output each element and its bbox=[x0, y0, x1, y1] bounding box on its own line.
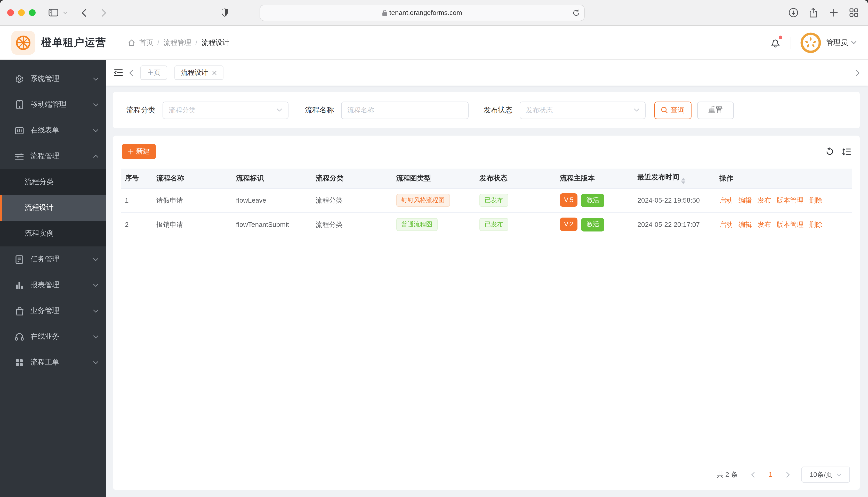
tab-flow-design[interactable]: 流程设计 bbox=[175, 66, 223, 80]
pagination-next-icon[interactable] bbox=[786, 471, 790, 478]
action-publish-link[interactable]: 发布 bbox=[758, 221, 771, 228]
back-icon[interactable] bbox=[77, 5, 91, 20]
action-edit-link[interactable]: 编辑 bbox=[739, 196, 752, 204]
filter-name-input[interactable] bbox=[347, 106, 463, 114]
filter-category-select[interactable]: 流程分类 bbox=[163, 101, 288, 119]
breadcrumb-separator: / bbox=[196, 39, 198, 46]
col-main-version: 流程主版本 bbox=[556, 169, 633, 188]
sidebar: 系统管理 移动端管理 在线表单 流程管理 流程分类 bbox=[0, 60, 106, 497]
refresh-icon[interactable] bbox=[826, 147, 834, 156]
user-name[interactable]: 管理员 bbox=[826, 38, 848, 47]
downloads-icon[interactable] bbox=[786, 5, 800, 20]
page-size-select[interactable]: 10条/页 bbox=[801, 467, 850, 483]
share-icon[interactable] bbox=[806, 5, 821, 20]
main-content: 主页 流程设计 流程分类 流程分类 bbox=[106, 60, 868, 497]
table-card: 新建 bbox=[113, 136, 860, 490]
breadcrumb-item-flow-mgmt[interactable]: 流程管理 bbox=[164, 38, 191, 47]
cell-name: 请假申请 bbox=[152, 188, 232, 212]
user-menu-chevron-icon[interactable] bbox=[851, 41, 857, 44]
select-placeholder: 发布状态 bbox=[526, 105, 553, 115]
table-toolbar: 新建 bbox=[122, 144, 851, 159]
avatar[interactable] bbox=[800, 32, 821, 53]
tab-overview-icon[interactable] bbox=[846, 5, 861, 20]
pagination-prev-icon[interactable] bbox=[751, 471, 755, 478]
notification-badge bbox=[779, 36, 782, 39]
sidebar-item-flow-design[interactable]: 流程设计 bbox=[0, 195, 106, 221]
cell-published-time: 2024-05-22 19:58:50 bbox=[633, 188, 715, 212]
filter-status-select[interactable]: 发布状态 bbox=[520, 101, 646, 119]
sidebar-item-label: 报表管理 bbox=[30, 281, 59, 290]
sidebar-item-flow-ticket[interactable]: 流程工单 bbox=[0, 350, 106, 375]
header-divider bbox=[790, 36, 791, 49]
sidebar-submenu-flow-mgmt: 流程分类 流程设计 流程实例 bbox=[0, 169, 106, 246]
active-badge: 激活 bbox=[581, 194, 605, 207]
action-edit-link[interactable]: 编辑 bbox=[739, 221, 752, 228]
plus-icon bbox=[128, 149, 134, 154]
publish-status-badge: 已发布 bbox=[479, 194, 508, 207]
page-title: 橙单租户运营 bbox=[41, 36, 106, 49]
form-icon bbox=[15, 127, 24, 134]
action-version-mgmt-link[interactable]: 版本管理 bbox=[777, 196, 803, 204]
minimize-window-button[interactable] bbox=[18, 9, 25, 16]
forward-icon[interactable] bbox=[97, 5, 111, 20]
shield-icon bbox=[217, 5, 232, 20]
table-row: 1 请假申请 flowLeave 流程分类 钉钉风格流程图 已发布 V:5激活 … bbox=[121, 188, 852, 212]
close-tab-icon[interactable] bbox=[212, 70, 217, 75]
close-window-button[interactable] bbox=[7, 9, 14, 16]
new-tab-icon[interactable] bbox=[826, 5, 841, 20]
action-delete-link[interactable]: 删除 bbox=[809, 196, 823, 204]
sort-carets-icon[interactable] bbox=[681, 178, 685, 184]
sidebar-item-label: 流程工单 bbox=[30, 358, 59, 367]
collapse-menu-icon[interactable] bbox=[114, 69, 123, 76]
sidebar-item-report-mgmt[interactable]: 报表管理 bbox=[0, 272, 106, 298]
sidebar-item-label: 在线业务 bbox=[30, 332, 59, 341]
bar-chart-icon bbox=[15, 281, 24, 289]
chevron-down-icon bbox=[93, 77, 99, 81]
action-version-mgmt-link[interactable]: 版本管理 bbox=[777, 221, 803, 228]
filter-category-label: 流程分类 bbox=[126, 105, 155, 115]
tabs-scroll-left-icon[interactable] bbox=[129, 69, 133, 76]
action-start-link[interactable]: 启动 bbox=[719, 221, 733, 228]
reload-icon[interactable] bbox=[573, 9, 580, 16]
sidebar-item-flow-category[interactable]: 流程分类 bbox=[0, 169, 106, 195]
sidebar-item-online-form[interactable]: 在线表单 bbox=[0, 117, 106, 143]
address-bar[interactable]: tenant.orangeforms.com bbox=[260, 4, 585, 21]
create-button[interactable]: 新建 bbox=[122, 144, 156, 159]
pagination-total: 共 2 条 bbox=[717, 470, 738, 479]
chevron-up-icon bbox=[93, 154, 99, 158]
home-icon bbox=[128, 39, 135, 46]
action-start-link[interactable]: 启动 bbox=[719, 196, 733, 204]
pagination-page-1[interactable]: 1 bbox=[769, 471, 773, 479]
reset-button-label: 重置 bbox=[708, 105, 723, 115]
chevron-down-icon bbox=[93, 361, 99, 364]
breadcrumb-separator: / bbox=[157, 39, 160, 46]
search-button[interactable]: 查询 bbox=[655, 101, 691, 119]
action-delete-link[interactable]: 删除 bbox=[809, 221, 823, 228]
zoom-window-button[interactable] bbox=[29, 9, 36, 16]
tabs-scroll-right-icon[interactable] bbox=[856, 69, 860, 76]
action-publish-link[interactable]: 发布 bbox=[758, 196, 771, 204]
breadcrumb-item-home[interactable]: 首页 bbox=[139, 38, 153, 47]
lock-icon bbox=[382, 10, 387, 16]
chevron-down-icon[interactable] bbox=[61, 5, 69, 20]
chevron-down-icon bbox=[93, 335, 99, 339]
sidebar-item-business-mgmt[interactable]: 业务管理 bbox=[0, 298, 106, 324]
sidebar-subitem-label: 流程分类 bbox=[25, 178, 54, 187]
notifications-bell-icon[interactable] bbox=[770, 37, 780, 48]
row-density-icon[interactable] bbox=[842, 148, 851, 155]
gear-icon bbox=[15, 74, 24, 83]
sidebar-item-online-business[interactable]: 在线业务 bbox=[0, 324, 106, 350]
col-published-time[interactable]: 最近发布时间 bbox=[633, 169, 715, 188]
sidebar-item-mobile[interactable]: 移动端管理 bbox=[0, 92, 106, 117]
filter-name-input-wrap bbox=[341, 101, 469, 119]
sidebar-item-system[interactable]: 系统管理 bbox=[0, 66, 106, 92]
traffic-lights bbox=[7, 9, 36, 16]
reset-button[interactable]: 重置 bbox=[697, 101, 734, 119]
page-size-value: 10条/页 bbox=[810, 470, 832, 479]
sidebar-item-task-mgmt[interactable]: 任务管理 bbox=[0, 246, 106, 272]
sidebar-item-flow-mgmt[interactable]: 流程管理 bbox=[0, 143, 106, 169]
sidebar-item-flow-instance[interactable]: 流程实例 bbox=[0, 221, 106, 246]
version-badge: V:2 bbox=[560, 218, 578, 231]
sidebar-toggle-icon[interactable] bbox=[46, 5, 60, 20]
tab-home[interactable]: 主页 bbox=[140, 66, 167, 80]
